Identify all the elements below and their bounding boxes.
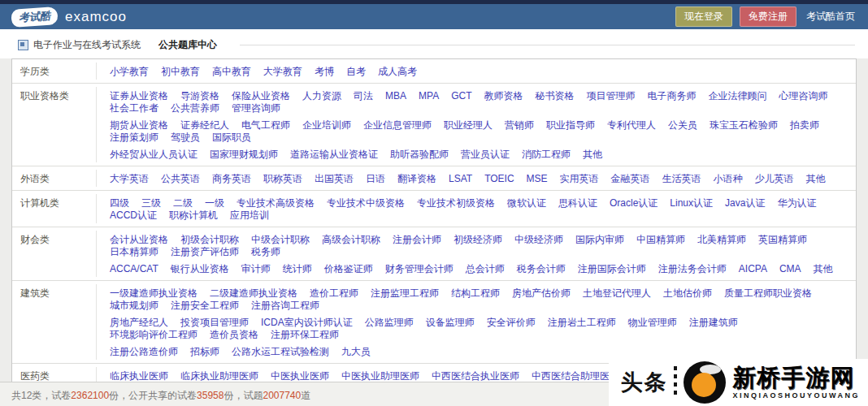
category-link[interactable]: 城市规划师 xyxy=(110,300,158,311)
category-link[interactable]: 三级 xyxy=(141,197,161,209)
category-link[interactable]: 职业经理人 xyxy=(444,119,493,131)
category-link[interactable]: LSAT xyxy=(449,173,472,184)
category-link[interactable]: 房地产估价师 xyxy=(512,287,571,299)
category-link[interactable]: 公共营养师 xyxy=(171,102,219,114)
category-link[interactable]: 其他 xyxy=(806,173,826,184)
category-link[interactable]: 注册法务会计师 xyxy=(658,263,727,274)
category-link[interactable]: 公路水运工程试验检测 xyxy=(232,346,329,357)
category-link[interactable]: MPA xyxy=(419,90,439,102)
category-link[interactable]: AICPA xyxy=(739,263,767,274)
category-link[interactable]: ICDA室内设计师认证 xyxy=(261,317,353,328)
category-link[interactable]: 国际职员 xyxy=(212,132,251,143)
category-link[interactable]: 导游资格 xyxy=(180,90,219,102)
category-link[interactable]: 中级经济师 xyxy=(514,234,563,245)
category-link[interactable]: 电气工程师 xyxy=(241,119,290,131)
category-link[interactable]: 注册资产评估师 xyxy=(171,246,239,257)
category-link[interactable]: 高级会计职称 xyxy=(322,234,380,245)
category-link[interactable]: 注册国际会计师 xyxy=(578,263,646,274)
category-link[interactable]: ACCD认证 xyxy=(110,209,157,221)
category-link[interactable]: 职业指导师 xyxy=(546,119,595,131)
category-link[interactable]: 安全评价师 xyxy=(487,317,536,328)
category-link[interactable]: 审计师 xyxy=(241,263,271,274)
category-link[interactable]: 物业管理师 xyxy=(628,317,677,328)
category-link[interactable]: ACCA/CAT xyxy=(110,263,158,274)
logo-text[interactable]: examcoo xyxy=(65,9,127,25)
category-link[interactable]: 注册会计师 xyxy=(393,234,441,245)
category-link[interactable]: 中级会计职称 xyxy=(251,234,310,245)
category-link[interactable]: 注册安全工程师 xyxy=(171,300,239,311)
category-link[interactable]: 银行从业资格 xyxy=(171,263,229,274)
category-link[interactable]: 造价员资格 xyxy=(210,329,258,340)
category-link[interactable]: 公路监理师 xyxy=(365,317,414,328)
category-link[interactable]: 临床执业医师 xyxy=(110,370,168,382)
category-link[interactable]: CMA xyxy=(779,263,801,274)
category-link[interactable]: 国际内审师 xyxy=(575,234,624,245)
category-link[interactable]: 华为认证 xyxy=(777,197,816,209)
category-link[interactable]: 专业技术初级资格 xyxy=(417,197,495,209)
category-link[interactable]: 中国精算师 xyxy=(636,234,685,245)
category-link[interactable]: 专业技术中级资格 xyxy=(327,197,405,209)
category-link[interactable]: 思科认证 xyxy=(558,197,597,209)
category-link[interactable]: TOEIC xyxy=(484,173,514,184)
category-link[interactable]: 一级建造师执业资格 xyxy=(110,287,197,299)
category-link[interactable]: MBA xyxy=(385,90,406,102)
category-link[interactable]: 道路运输从业资格证 xyxy=(290,149,378,160)
category-link[interactable]: 国家理财规划师 xyxy=(210,149,278,160)
category-link[interactable]: 中西医结合执业医师 xyxy=(432,370,519,382)
login-button[interactable]: 现在登录 xyxy=(675,6,732,27)
category-link[interactable]: 专业技术高级资格 xyxy=(237,197,315,209)
category-link[interactable]: 大学英语 xyxy=(110,173,149,184)
category-link[interactable]: 专利代理人 xyxy=(607,119,656,131)
category-link[interactable]: 助听器验配师 xyxy=(390,149,449,160)
category-link[interactable]: 小语种 xyxy=(714,173,743,184)
category-link[interactable]: 招标师 xyxy=(190,346,219,357)
category-link[interactable]: Linux认证 xyxy=(670,197,713,209)
category-link[interactable]: 九大员 xyxy=(341,346,371,357)
category-link[interactable]: 注册环保工程师 xyxy=(271,329,339,340)
category-link[interactable]: 司法 xyxy=(354,90,373,102)
category-link[interactable]: 大学教育 xyxy=(263,66,302,77)
category-link[interactable]: 心理咨询师 xyxy=(779,90,827,102)
category-link[interactable]: 小学教育 xyxy=(110,66,149,77)
category-link[interactable]: 一级 xyxy=(205,197,224,209)
category-link[interactable]: 中医执业助理医师 xyxy=(341,370,419,382)
category-link[interactable]: 初中教育 xyxy=(161,66,200,77)
category-link[interactable]: 设备监理师 xyxy=(426,317,475,328)
category-link[interactable]: 房地产经纪人 xyxy=(110,317,168,328)
category-link[interactable]: 驾驶员 xyxy=(171,132,200,143)
category-link[interactable]: 土地登记代理人 xyxy=(583,287,651,299)
category-link[interactable]: 二级 xyxy=(173,197,193,209)
category-link[interactable]: 高中教育 xyxy=(212,66,251,77)
category-link[interactable]: 生活英语 xyxy=(662,173,701,184)
category-link[interactable]: 日语 xyxy=(366,173,385,184)
category-link[interactable]: 期货从业资格 xyxy=(110,119,168,131)
category-link[interactable]: 北美精算师 xyxy=(697,234,746,245)
category-link[interactable]: 中西医结合助理医师 xyxy=(532,370,619,382)
category-link[interactable]: 二级建造师执业资格 xyxy=(210,287,297,299)
category-link[interactable]: 统计师 xyxy=(283,263,312,274)
category-link[interactable]: 注册监理工程师 xyxy=(371,287,439,299)
category-link[interactable]: 少儿英语 xyxy=(755,173,794,184)
category-link[interactable]: 教师资格 xyxy=(484,90,523,102)
category-link[interactable]: 结构工程师 xyxy=(451,287,500,299)
category-link[interactable]: 注册咨询工程师 xyxy=(251,300,319,311)
category-link[interactable]: 公关员 xyxy=(668,119,697,131)
category-link[interactable]: Java认证 xyxy=(725,197,765,209)
category-link[interactable]: 职称计算机 xyxy=(169,209,218,221)
category-link[interactable]: 电子商务师 xyxy=(647,90,696,102)
category-link[interactable]: Oracle认证 xyxy=(610,197,658,209)
category-link[interactable]: 出国英语 xyxy=(315,173,354,184)
category-link[interactable]: 总会计师 xyxy=(466,263,505,274)
category-link[interactable]: 人力资源 xyxy=(302,90,341,102)
category-link[interactable]: 公共英语 xyxy=(161,173,200,184)
category-link[interactable]: 其他 xyxy=(583,149,602,160)
category-link[interactable]: 实用英语 xyxy=(560,173,599,184)
category-link[interactable]: 临床执业助理医师 xyxy=(180,370,258,382)
logo-badge[interactable]: 考试酷 xyxy=(11,6,58,28)
category-link[interactable]: GCT xyxy=(451,90,471,102)
category-link[interactable]: 营业员认证 xyxy=(461,149,510,160)
category-link[interactable]: 注册岩土工程师 xyxy=(548,317,616,328)
category-link[interactable]: 消防工程师 xyxy=(522,149,571,160)
category-link[interactable]: 秘书资格 xyxy=(535,90,574,102)
category-link[interactable]: 注册公路造价师 xyxy=(110,346,178,357)
